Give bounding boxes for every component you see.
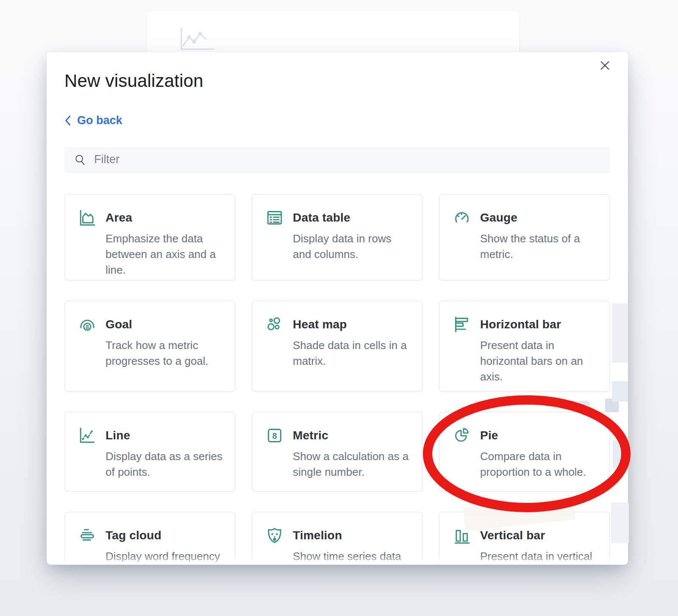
gauge-icon [453, 209, 471, 227]
line-chart-watermark-icon [175, 25, 219, 52]
background-artifact [613, 441, 628, 468]
viz-card-title: Gauge [480, 211, 599, 225]
viz-card-title: Data table [293, 211, 412, 225]
viz-card-pie[interactable]: Pie Compare data in proportion to a whol… [439, 412, 610, 491]
svg-text:8: 8 [272, 431, 277, 441]
viz-card-title: Horizontal bar [480, 318, 599, 331]
viz-card-description: Show a calculation as a single number. [293, 449, 412, 480]
viz-card-horizontal-bar[interactable]: Horizontal bar Present data in horizonta… [439, 301, 610, 391]
background-artifact [579, 401, 590, 412]
background-artifact [612, 303, 628, 363]
viz-card-goal[interactable]: 8 Goal Track how a metric progresses to … [64, 301, 235, 391]
viz-card-description: Emphasize the data between an axis and a… [106, 231, 225, 278]
viz-card-title: Pie [480, 429, 599, 442]
horizontal-bar-icon [453, 316, 471, 333]
data-table-icon [266, 209, 283, 227]
heat-map-icon [266, 316, 283, 333]
filter-field[interactable] [64, 147, 610, 172]
viz-card-metric[interactable]: 8 Metric Show a calculation as a single … [252, 412, 422, 491]
tag-cloud-icon [78, 527, 96, 544]
background-artifact [612, 381, 628, 402]
viz-card-line[interactable]: Line Display data as a series of points. [64, 412, 235, 491]
new-visualization-modal: New visualization Go back Area Emphasize… [47, 52, 628, 565]
viz-card-description: Compare data in proportion to a whole. [480, 449, 599, 480]
chevron-left-icon [64, 115, 71, 126]
close-icon[interactable] [597, 58, 612, 72]
viz-card-title: Tag cloud [106, 529, 225, 542]
viz-card-title: Vertical bar [480, 529, 599, 542]
viz-card-title: Timelion [293, 529, 412, 542]
background-artifact [611, 502, 629, 543]
timelion-icon [266, 527, 283, 544]
viz-card-description: Display word frequency with font size. [106, 549, 225, 565]
viz-card-description: Show time series data on a graph. [293, 549, 412, 565]
viz-card-area[interactable]: Area Emphasize the data between an axis … [64, 194, 235, 280]
viz-card-description: Shade data in cells in a matrix. [293, 338, 412, 369]
go-back-link[interactable]: Go back [64, 114, 122, 127]
viz-card-title: Area [106, 211, 225, 225]
viz-card-title: Goal [106, 318, 225, 331]
modal-title: New visualization [64, 71, 203, 91]
viz-card-title: Line [106, 429, 225, 442]
pie-chart-icon [453, 427, 471, 444]
viz-card-description: Display data in rows and columns. [293, 231, 412, 262]
filter-input[interactable] [93, 153, 610, 166]
search-icon [74, 153, 86, 166]
viz-card-timelion[interactable]: Timelion Show time series data on a grap… [252, 512, 422, 565]
svg-text:8: 8 [86, 324, 89, 330]
viz-card-title: Heat map [293, 318, 412, 331]
viz-card-description: Present data in horizontal bars on an ax… [480, 338, 599, 385]
viz-card-gauge[interactable]: Gauge Show the status of a metric. [439, 194, 610, 280]
goal-icon: 8 [78, 316, 96, 333]
viz-card-heat-map[interactable]: Heat map Shade data in cells in a matrix… [252, 301, 422, 391]
metric-icon: 8 [266, 427, 283, 444]
viz-card-description: Track how a metric progresses to a goal. [106, 338, 225, 369]
go-back-label: Go back [77, 114, 122, 127]
viz-card-tag-cloud[interactable]: Tag cloud Display word frequency with fo… [64, 512, 235, 565]
viz-card-description: Display data as a series of points. [106, 449, 225, 480]
area-chart-icon [78, 209, 96, 227]
viz-card-data-table[interactable]: Data table Display data in rows and colu… [252, 194, 422, 280]
viz-card-description: Show the status of a metric. [480, 231, 599, 262]
line-chart-icon [78, 427, 96, 444]
viz-card-description: Present data in vertical bars on an axis… [480, 549, 599, 565]
viz-card-title: Metric [293, 429, 412, 442]
